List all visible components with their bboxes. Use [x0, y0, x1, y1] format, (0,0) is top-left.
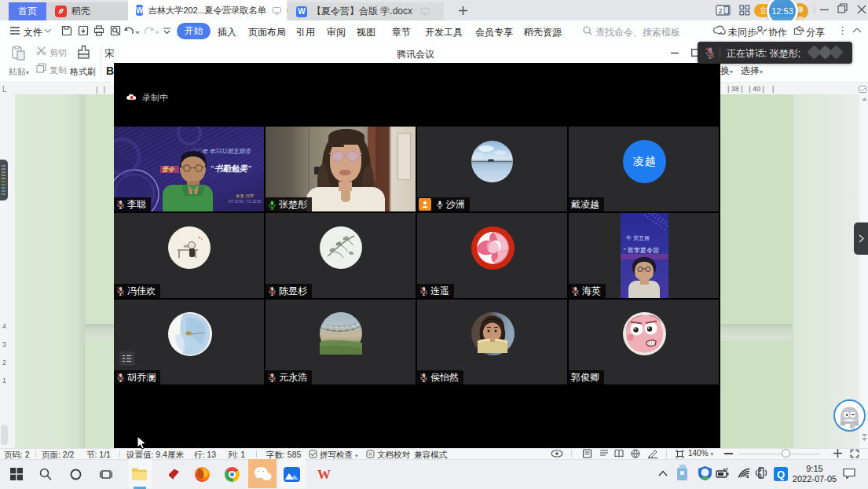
svg-text:" 哲学夏令营: " 哲学夏令营 [624, 247, 659, 254]
svg-text:晋令: 晋令 [162, 166, 175, 173]
svg-text:5/7 20:50 - 7/1 22:50: 5/7 20:50 - 7/1 22:50 [229, 200, 262, 204]
svg-text:春意·同学: 春意·同学 [236, 193, 255, 198]
svg-text:2: 2 [718, 7, 722, 15]
svg-text:"书勤勉美": "书勤勉美" [210, 164, 252, 173]
svg-text:年 第五届: 年 第五届 [626, 235, 650, 241]
